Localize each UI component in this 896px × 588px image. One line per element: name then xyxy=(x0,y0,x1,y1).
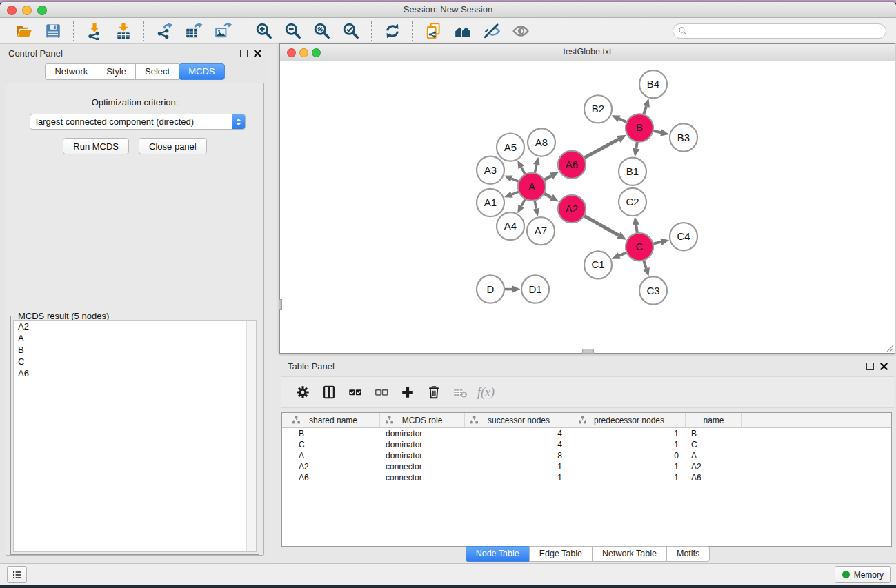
column-header-name[interactable]: name xyxy=(686,413,742,427)
optimization-criterion-dropdown[interactable]: largest connected component (directed) xyxy=(30,114,246,130)
column-header-MCDS-role[interactable]: MCDS role xyxy=(380,413,465,427)
graph-edge-B-B2[interactable] xyxy=(612,115,628,123)
panel-columns-button[interactable] xyxy=(319,382,339,403)
mcds-result-item[interactable]: A6 xyxy=(14,367,256,379)
search-input[interactable] xyxy=(690,26,881,37)
close-panel-icon[interactable] xyxy=(254,50,261,57)
graph-edge-A-A1[interactable] xyxy=(504,191,520,197)
float-table-panel-icon[interactable] xyxy=(866,363,874,370)
mcds-result-list[interactable]: A2ABCA6 xyxy=(13,320,257,552)
graph-edge-A-A8[interactable] xyxy=(533,157,540,175)
graph-node-C1[interactable]: C1 xyxy=(584,251,612,278)
graph-node-A8[interactable]: A8 xyxy=(528,128,555,156)
graph-node-A7[interactable]: A7 xyxy=(527,217,555,245)
export-network-button[interactable] xyxy=(154,21,176,41)
graph-edge-A-A2[interactable] xyxy=(543,193,559,202)
mcds-result-item[interactable]: A xyxy=(14,332,256,344)
graph-edge-A-A3[interactable] xyxy=(504,175,520,182)
column-header-predecessor-nodes[interactable]: predecessor nodes xyxy=(573,413,686,427)
graph-edge-A2-C[interactable] xyxy=(583,215,627,240)
table-row[interactable]: Cdominator41C xyxy=(282,439,891,450)
search-field[interactable] xyxy=(673,23,886,39)
graph-node-C3[interactable]: C3 xyxy=(639,276,667,304)
mcds-result-item[interactable]: B xyxy=(14,344,256,356)
graph-edge-A-A4[interactable] xyxy=(517,198,526,213)
table-row[interactable]: A6connector11A6 xyxy=(282,472,891,483)
table-tab-motifs[interactable]: Motifs xyxy=(666,546,710,562)
graph-node-B4[interactable]: B4 xyxy=(639,70,667,98)
splitter-grip-bottom[interactable] xyxy=(582,349,594,354)
graph-edge-A-A5[interactable] xyxy=(517,161,526,176)
graph-edge-C-C3[interactable] xyxy=(643,259,650,276)
graph-node-B2[interactable]: B2 xyxy=(584,95,612,123)
graph-node-A3[interactable]: A3 xyxy=(477,156,504,184)
home-browser-button[interactable] xyxy=(452,21,474,41)
table-row[interactable]: Bdominator41B xyxy=(282,428,891,439)
table-tab-network-table[interactable]: Network Table xyxy=(592,546,666,562)
graph-node-A5[interactable]: A5 xyxy=(497,133,524,161)
import-table-button[interactable] xyxy=(112,21,135,41)
graph-node-C[interactable]: C xyxy=(626,233,653,261)
delete-table-button[interactable] xyxy=(450,382,470,403)
graph-node-D[interactable]: D xyxy=(477,275,504,303)
title-bar[interactable]: Session: New Session xyxy=(0,2,896,18)
graph-edge-C-C4[interactable] xyxy=(652,239,670,245)
graph-edge-B-B4[interactable] xyxy=(643,99,650,116)
table-tab-edge-table[interactable]: Edge Table xyxy=(529,546,592,562)
control-panel-tab-select[interactable]: Select xyxy=(135,63,179,80)
run-mcds-button[interactable]: Run MCDS xyxy=(63,138,129,154)
delete-column-button[interactable] xyxy=(424,382,444,403)
new-network-from-selection-button[interactable] xyxy=(423,21,445,41)
import-network-button[interactable] xyxy=(83,21,106,41)
graph-edge-A6-B[interactable] xyxy=(583,135,626,159)
add-column-button[interactable] xyxy=(397,382,418,403)
graph-node-B3[interactable]: B3 xyxy=(670,123,697,151)
export-image-button[interactable] xyxy=(212,21,234,41)
graph-node-A4[interactable]: A4 xyxy=(497,212,524,240)
table-row[interactable]: Adominator80A xyxy=(282,450,891,461)
save-session-button[interactable] xyxy=(42,21,64,41)
graph-node-D1[interactable]: D1 xyxy=(521,275,549,303)
graph-node-A6[interactable]: A6 xyxy=(558,151,586,179)
memory-button[interactable]: Memory xyxy=(835,566,891,583)
dropdown-stepper-icon[interactable] xyxy=(232,114,245,129)
graph-node-B[interactable]: B xyxy=(626,114,653,141)
splitter-grip-left[interactable] xyxy=(279,299,282,310)
graph-edge-D-D1[interactable] xyxy=(503,286,521,293)
graph-node-C4[interactable]: C4 xyxy=(670,223,697,250)
control-panel-tab-network[interactable]: Network xyxy=(45,63,97,80)
mcds-result-item[interactable]: C xyxy=(14,356,256,367)
graph-edge-B-B1[interactable] xyxy=(633,140,639,156)
select-all-button[interactable] xyxy=(345,382,366,403)
zoom-fit-button[interactable] xyxy=(311,21,333,41)
graph-node-B1[interactable]: B1 xyxy=(619,158,646,185)
graph-node-C2[interactable]: C2 xyxy=(619,188,646,216)
open-file-button[interactable] xyxy=(13,21,35,41)
resize-corner-icon[interactable] xyxy=(884,343,894,352)
show-hide-button[interactable] xyxy=(510,21,532,41)
mcds-result-item[interactable]: A2 xyxy=(14,321,256,332)
node-table[interactable]: shared nameMCDS rolesuccessor nodesprede… xyxy=(281,412,892,547)
hide-graphics-details-button[interactable] xyxy=(481,21,503,41)
graph-edge-C-C2[interactable] xyxy=(633,216,639,234)
control-panel-tab-style[interactable]: Style xyxy=(97,63,135,80)
graph-node-A[interactable]: A xyxy=(518,173,546,201)
table-tab-node-table[interactable]: Node Table xyxy=(466,546,529,562)
network-window-titlebar[interactable]: testGlobe.txt xyxy=(280,44,895,61)
zoom-out-button[interactable] xyxy=(282,21,304,41)
column-header-shared-name[interactable]: shared name xyxy=(287,413,380,427)
graph-node-A2[interactable]: A2 xyxy=(558,195,586,223)
deselect-all-button[interactable] xyxy=(371,382,392,403)
graph-node-A1[interactable]: A1 xyxy=(477,189,504,216)
close-table-panel-icon[interactable] xyxy=(880,363,888,370)
zoom-selected-button[interactable] xyxy=(340,21,362,41)
network-canvas[interactable]: B4B2BB3A8A5A6B1A3AA1C2A2A4A7C4CC1C3DD1 xyxy=(280,61,895,353)
refresh-layout-button[interactable] xyxy=(381,21,404,41)
table-row[interactable]: A2connector11A2 xyxy=(282,461,891,472)
result-list-scrollbar[interactable] xyxy=(246,321,256,551)
graph-edge-A-A6[interactable] xyxy=(543,172,559,181)
control-panel-tab-mcds[interactable]: MCDS xyxy=(179,63,224,80)
column-header-successor-nodes[interactable]: successor nodes xyxy=(465,413,573,427)
close-panel-button[interactable]: Close panel xyxy=(139,138,207,154)
gear-button[interactable] xyxy=(292,382,313,403)
